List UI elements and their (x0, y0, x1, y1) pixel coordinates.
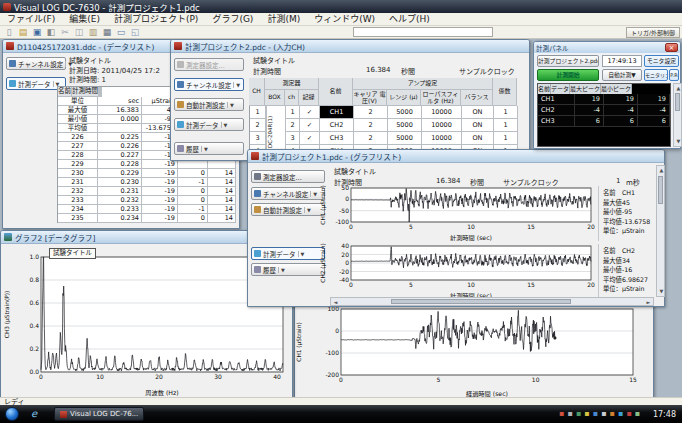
tray-icon[interactable]: ▪ (567, 410, 572, 418)
scroll-thumb[interactable] (675, 93, 680, 111)
chevron-down-icon[interactable]: ▼ (298, 251, 305, 257)
menu-item[interactable]: ヘルプ(H) (382, 13, 437, 26)
col-lowpass[interactable]: ローパスフィルタ (Hz) (421, 90, 461, 106)
taskbar-app-button[interactable]: Visual LOG DC-76... (54, 407, 144, 421)
table-cell[interactable]: 0.234 (98, 214, 142, 223)
horizontal-scrollbar[interactable]: ◄ ► (330, 297, 654, 306)
table-cell[interactable]: 2 (286, 119, 300, 132)
table-cell[interactable]: 6 (575, 116, 604, 127)
table-cell[interactable]: 2 (354, 119, 388, 132)
measurement-panel-titlebar[interactable]: 計測パネル × (534, 42, 680, 53)
tray-icon[interactable]: ▪ (576, 410, 581, 418)
col-ch[interactable]: CH (249, 78, 265, 106)
table-cell[interactable]: ON (462, 119, 494, 132)
channel-settings-button[interactable]: チャンネル設定▼ (251, 187, 325, 200)
col-name[interactable]: 名前 (319, 78, 353, 106)
scroll-down-icon[interactable]: ▼ (657, 287, 666, 296)
table-cell[interactable]: -19 (142, 196, 178, 205)
scroll-up-icon[interactable]: ▲ (657, 166, 666, 175)
cut-icon[interactable]: ✂ (59, 27, 71, 38)
table-cell[interactable]: 0 (178, 187, 208, 196)
table-cell[interactable]: 232 (58, 187, 98, 196)
tray-icon[interactable]: ▪ (618, 410, 623, 418)
start-measure-button[interactable]: 計測開始 (537, 69, 599, 81)
col-carrier-voltage[interactable]: キャリア 電圧(V) (353, 90, 387, 106)
table-cell[interactable]: -19 (142, 178, 178, 187)
live-values-rows[interactable]: CH1191919CH2-4-4-4CH3666 (538, 94, 670, 146)
col-coefficient[interactable]: 係数 (493, 78, 517, 106)
tray-icon[interactable]: ▪ (635, 410, 640, 418)
toolbar-combo[interactable] (353, 27, 493, 37)
menu-item[interactable]: 計測(M) (260, 13, 307, 26)
table-cell[interactable] (208, 160, 236, 169)
table-cell[interactable]: 3 (250, 132, 266, 145)
copy-icon[interactable]: ◫ (73, 27, 85, 38)
scroll-down-icon[interactable]: ▼ (674, 137, 682, 146)
table-row[interactable]: 2340.233-19-114 (58, 205, 236, 214)
scroll-thumb[interactable] (391, 299, 571, 304)
table-cell[interactable]: 1 (494, 119, 518, 132)
table-cell[interactable]: 1 (250, 106, 266, 119)
new-window-icon[interactable]: ▭ (115, 27, 127, 38)
table-row[interactable]: 2330.232-19014 (58, 196, 236, 205)
column-header[interactable]: 最大ピーク (570, 84, 601, 94)
table-cell[interactable]: 227 (58, 142, 98, 151)
scroll-right-icon[interactable]: ► (644, 298, 653, 307)
table-cell[interactable]: 5000 (388, 106, 422, 119)
table-cell[interactable]: 0 (178, 169, 208, 178)
table-cell[interactable]: 6 (638, 116, 670, 127)
pr-button[interactable]: P.R (669, 69, 679, 81)
table-cell[interactable]: 0.225 (98, 133, 142, 142)
table-cell[interactable]: 0.226 (98, 142, 142, 151)
table-cell[interactable]: -19 (142, 169, 178, 178)
table-cell[interactable]: 233 (58, 196, 98, 205)
menu-item[interactable]: ファイル(F) (0, 13, 62, 26)
device-settings-button[interactable]: 測定器設定... (251, 170, 325, 183)
paste-icon[interactable]: ▥ (87, 27, 99, 38)
table-cell[interactable]: ✓ (300, 119, 320, 132)
table-row[interactable]: 33✓CH32500010000ON1 (250, 132, 518, 145)
table-cell[interactable]: 10000 (422, 119, 462, 132)
table-cell[interactable]: -19 (142, 205, 178, 214)
table-row[interactable]: 2290.228-19 (58, 160, 236, 169)
table-cell[interactable]: -1 (178, 205, 208, 214)
chevron-down-icon[interactable]: ▼ (221, 122, 228, 128)
table-row[interactable]: 22✓CH22500010000ON1 (250, 119, 518, 132)
save-icon[interactable]: ▣ (31, 27, 43, 38)
table-cell[interactable]: 1 (286, 106, 300, 119)
table-cell[interactable]: 1 (494, 132, 518, 145)
table-cell[interactable]: 最大値 (58, 106, 98, 115)
table-cell[interactable]: CH2 (320, 119, 354, 132)
channel-settings-button[interactable]: チャンネル設定▼ (6, 57, 66, 70)
table-cell[interactable]: 10000 (422, 106, 462, 119)
column-header[interactable]: 名前 (538, 84, 551, 94)
table-cell[interactable]: 5000 (388, 132, 422, 145)
table-cell[interactable]: CH3 (538, 116, 575, 127)
graphlist-window-titlebar[interactable]: 計測プロジェクト1.pdc - (グラフリスト) (248, 150, 664, 163)
table-cell[interactable]: 228 (58, 151, 98, 160)
chevron-down-icon[interactable]: ▼ (304, 207, 311, 213)
table-cell[interactable]: CH1 (538, 94, 575, 105)
table-cell[interactable]: 平均値 (58, 124, 98, 133)
menu-item[interactable]: グラフ(G) (205, 13, 260, 26)
auto-measure-button[interactable]: 自動計測▼ (602, 69, 642, 81)
scroll-left-icon[interactable]: ◄ (331, 298, 340, 307)
table-cell[interactable]: -1 (178, 178, 208, 187)
chevron-down-icon[interactable]: ▼ (278, 267, 285, 273)
monitor-settings-button[interactable]: モニタ設定 (644, 55, 679, 67)
col-range[interactable]: レンジ (μ) (387, 90, 421, 106)
print-icon[interactable]: ▦ (101, 27, 113, 38)
table-cell[interactable]: 0.230 (98, 178, 142, 187)
table-cell[interactable]: 5000 (388, 119, 422, 132)
chevron-down-icon[interactable]: ▼ (201, 146, 208, 152)
col-balance[interactable]: バランス (461, 90, 493, 106)
table-row[interactable]: 2350.234-19014 (58, 214, 236, 223)
table-cell[interactable]: 0 (178, 214, 208, 223)
table-cell[interactable]: 19 (638, 94, 670, 105)
table-cell[interactable]: CH2 (538, 105, 575, 116)
menu-item[interactable]: ウィンドウ(W) (307, 13, 382, 26)
table-row[interactable]: 2320.231-19014 (58, 187, 236, 196)
table-cell[interactable]: CH3 (320, 132, 354, 145)
table-cell[interactable]: 0.229 (98, 169, 142, 178)
tray-icon[interactable]: ▪ (559, 410, 564, 418)
